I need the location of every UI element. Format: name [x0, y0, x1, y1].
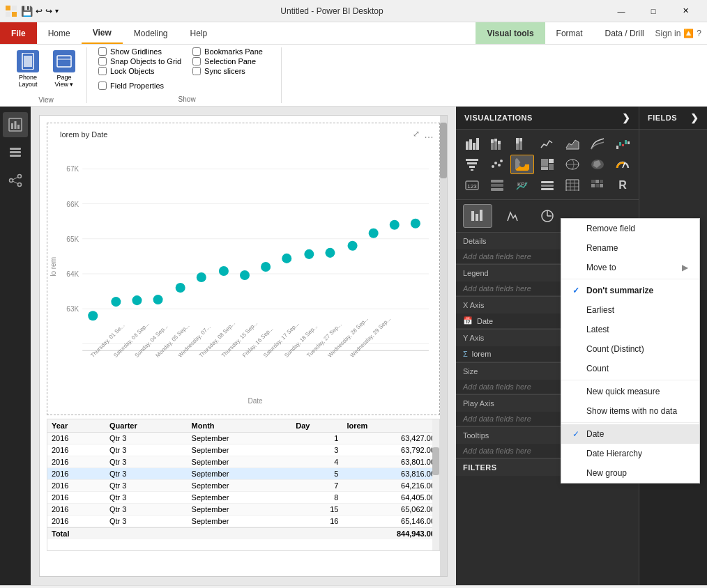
table-row[interactable]: 2016Qtr 3September1665,146.00: [47, 516, 439, 527]
table-row[interactable]: 2016Qtr 3September563,816.00: [47, 468, 439, 480]
svg-rect-68: [491, 139, 494, 143]
tab-help[interactable]: Help: [179, 22, 219, 44]
table-row[interactable]: 2016Qtr 3September764,216.00: [47, 480, 439, 492]
context-dont-summarize[interactable]: ✓ Don't summarize: [561, 281, 699, 300]
analytics-icon[interactable]: [533, 204, 562, 228]
format-icon[interactable]: [498, 204, 527, 228]
context-date-hierarchy[interactable]: Date Hierarchy: [561, 444, 699, 463]
viz-line-chart[interactable]: [535, 134, 559, 153]
sidebar-icon-data[interactable]: [3, 140, 28, 165]
context-move-to[interactable]: Move to ▶: [561, 258, 699, 277]
close-button[interactable]: ✕: [669, 0, 701, 22]
field-properties-checkbox[interactable]: Field Properties: [98, 82, 164, 90]
lock-objects-checkbox[interactable]: Lock Objects: [98, 67, 181, 75]
context-new-quick-measure[interactable]: New quick measure: [561, 382, 699, 401]
svg-point-52: [197, 272, 206, 282]
tab-visual-tools[interactable]: Visual tools: [476, 22, 545, 44]
viz-area-chart[interactable]: [561, 134, 584, 153]
svg-point-55: [261, 262, 271, 272]
col-month[interactable]: Month: [188, 419, 292, 433]
viz-pie-chart[interactable]: [510, 155, 534, 174]
selection-pane-checkbox[interactable]: Selection Pane: [192, 57, 275, 65]
viz-multirow-card[interactable]: [485, 176, 509, 195]
context-remove-field[interactable]: Remove field: [561, 219, 699, 238]
svg-rect-2: [6, 12, 10, 17]
col-year[interactable]: Year: [47, 419, 105, 433]
viz-ribbon-chart[interactable]: [586, 134, 609, 153]
col-quarter[interactable]: Quarter: [105, 419, 188, 433]
svg-text:123: 123: [467, 183, 477, 189]
sync-slicers-checkbox[interactable]: Sync slicers: [192, 67, 275, 75]
svg-rect-82: [466, 159, 478, 161]
viz-treemap[interactable]: [535, 155, 559, 174]
context-count-distinct[interactable]: Count (Distinct): [561, 339, 699, 359]
chart-more-icon[interactable]: …: [424, 129, 434, 140]
viz-r-script[interactable]: R: [611, 176, 634, 195]
undo-icon[interactable]: ↩: [36, 6, 43, 16]
page-view-button[interactable]: PageView ▾: [47, 47, 81, 91]
sidebar-icon-model[interactable]: [3, 168, 28, 193]
svg-rect-11: [17, 125, 20, 129]
svg-point-61: [390, 220, 400, 230]
viz-100pct-bar[interactable]: [510, 134, 534, 153]
visualizations-arrow[interactable]: ❯: [622, 112, 631, 123]
sidebar-icon-report[interactable]: [3, 112, 28, 137]
chart-container[interactable]: lorem by Date ⤢ …: [47, 123, 440, 415]
fields-title: FIELDS: [648, 114, 677, 122]
tab-home[interactable]: Home: [37, 22, 82, 44]
viz-waterfall[interactable]: [611, 134, 634, 153]
viz-stacked-bar[interactable]: [485, 134, 509, 153]
app-title: Untitled - Power BI Desktop: [59, 6, 605, 16]
canvas-inner: lorem by Date ⤢ …: [39, 115, 448, 577]
svg-rect-12: [10, 148, 21, 150]
viz-slicer[interactable]: [535, 176, 559, 195]
viz-funnel[interactable]: [460, 155, 484, 174]
col-lorem[interactable]: lorem: [342, 419, 439, 433]
viz-card[interactable]: 123: [460, 176, 484, 195]
show-gridlines-checkbox[interactable]: Show Gridlines: [98, 47, 181, 56]
context-latest[interactable]: Latest: [561, 320, 699, 339]
viz-gauge[interactable]: [611, 155, 634, 174]
visualizations-title: VISUALIZATIONS: [464, 114, 533, 122]
tab-modeling[interactable]: Modeling: [123, 22, 179, 44]
viz-bar-chart[interactable]: [460, 134, 484, 153]
context-show-no-data[interactable]: Show items with no data: [561, 401, 699, 421]
tab-data-drill[interactable]: Data / Drill: [594, 22, 655, 44]
save-icon[interactable]: 💾: [21, 6, 33, 17]
col-day[interactable]: Day: [291, 419, 342, 433]
svg-point-15: [10, 179, 13, 183]
fields-arrow[interactable]: ❯: [690, 112, 699, 123]
context-date[interactable]: ✓ Date: [561, 424, 699, 444]
minimize-button[interactable]: —: [605, 0, 637, 22]
svg-text:lo rem: lo rem: [50, 257, 57, 277]
tab-format[interactable]: Format: [545, 22, 594, 44]
viz-kpi[interactable]: KPI: [510, 176, 534, 195]
viz-table[interactable]: [561, 176, 584, 195]
redo-icon[interactable]: ↪: [45, 6, 52, 16]
tab-view[interactable]: View: [82, 22, 123, 44]
table-row[interactable]: 2016Qtr 3September363,792.00: [47, 444, 439, 456]
context-rename[interactable]: Rename: [561, 238, 699, 258]
maximize-button[interactable]: □: [637, 0, 669, 22]
table-row[interactable]: 2016Qtr 3September163,427.00: [47, 433, 439, 444]
viz-scatter[interactable]: [485, 155, 509, 174]
sign-in[interactable]: Sign in: [655, 29, 681, 38]
phone-layout-button[interactable]: PhoneLayout: [11, 47, 45, 91]
chart-expand-icon[interactable]: ⤢: [413, 129, 420, 140]
table-row[interactable]: 2016Qtr 3September1565,062.00: [47, 504, 439, 516]
viz-matrix[interactable]: [586, 176, 609, 195]
svg-rect-10: [15, 121, 17, 129]
context-count[interactable]: Count: [561, 359, 699, 378]
viz-map[interactable]: [561, 155, 584, 174]
tab-file[interactable]: File: [0, 22, 37, 44]
viz-filled-map[interactable]: [586, 155, 609, 174]
context-new-group[interactable]: New group: [561, 463, 699, 483]
fields-icon[interactable]: [463, 204, 492, 228]
bookmarks-pane-checkbox[interactable]: Bookmarks Pane: [192, 47, 275, 56]
context-earliest[interactable]: Earliest: [561, 300, 699, 320]
total-label: Total: [52, 529, 69, 538]
snap-objects-checkbox[interactable]: Snap Objects to Grid: [98, 57, 181, 65]
svg-rect-13: [10, 151, 21, 153]
table-row[interactable]: 2016Qtr 3September864,405.00: [47, 492, 439, 504]
table-row[interactable]: 2016Qtr 3September463,801.00: [47, 456, 439, 468]
